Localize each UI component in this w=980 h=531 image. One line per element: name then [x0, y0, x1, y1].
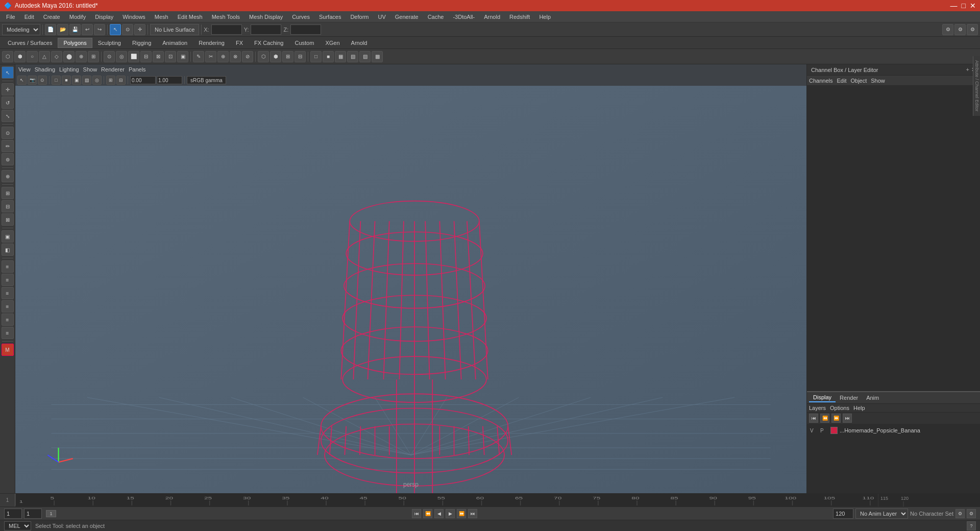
snap-grid[interactable]: ⊞ [2, 187, 14, 199]
minimize-button[interactable]: — [950, 2, 958, 10]
vp-menu-show[interactable]: Show [83, 66, 97, 73]
menu-item-surfaces[interactable]: Surfaces [315, 13, 345, 21]
poly-tool-15[interactable]: ▣ [177, 51, 188, 62]
gamma-selector[interactable]: sRGB gamma [187, 76, 226, 84]
poly-tool-14[interactable]: ⊡ [165, 51, 176, 62]
poly-tool-5[interactable]: ◇ [51, 51, 62, 62]
poly-tool-6[interactable]: ⬤ [63, 51, 75, 62]
workspace-selector[interactable]: Modeling [2, 24, 40, 35]
poly-tool-4[interactable]: △ [39, 51, 50, 62]
go-to-start-button[interactable]: ⏮ [412, 509, 421, 518]
poly-tool-12[interactable]: ⊟ [140, 51, 152, 62]
poly-tool-19[interactable]: ⊗ [230, 51, 241, 62]
display-toggle-1[interactable]: □ [310, 51, 322, 62]
redo-button[interactable]: ↪ [94, 24, 105, 35]
play-forward-button[interactable]: ▶ [446, 509, 455, 518]
extras-5[interactable]: ≡ [2, 313, 14, 326]
tab-animation[interactable]: Animation [157, 38, 193, 48]
right-panel-expand[interactable]: + [966, 66, 969, 73]
frame-start-input[interactable] [4, 509, 22, 519]
cb-channels[interactable]: Channels [809, 78, 832, 84]
menu-item-edit[interactable]: Edit [20, 13, 38, 21]
go-to-end-button[interactable]: ⏭ [468, 509, 477, 518]
frame-current-input[interactable] [24, 509, 42, 519]
layers-next-next[interactable]: ⏭ [843, 414, 852, 423]
settings-button-2[interactable]: ⚙ [954, 24, 966, 35]
save-button[interactable]: 💾 [69, 24, 81, 35]
poly-tool-10[interactable]: ◎ [116, 51, 127, 62]
vp-select-btn[interactable]: ↖ [17, 76, 27, 85]
z-input[interactable] [290, 25, 321, 35]
attr-editor-panel[interactable]: Attribute / Channel Editor [973, 56, 980, 116]
menu-item-redshift[interactable]: Redshift [505, 13, 534, 21]
extras-1[interactable]: ≡ [2, 260, 14, 273]
poly-tool-3[interactable]: ○ [27, 51, 38, 62]
layers-render-tab[interactable]: Render [836, 394, 862, 402]
menu-item-meshdisplay[interactable]: Mesh Display [245, 13, 287, 21]
vp-camera-btn[interactable]: 📷 [28, 76, 37, 85]
menu-item-help[interactable]: Help [535, 13, 555, 21]
menu-item-deform[interactable]: Deform [346, 13, 373, 21]
menu-item-modify[interactable]: Modify [65, 13, 90, 21]
poly-tool-7[interactable]: ⊕ [76, 51, 87, 62]
layers-next[interactable]: ⏩ [831, 414, 841, 423]
poly-tool-8[interactable]: ⊞ [88, 51, 99, 62]
layers-menu-help[interactable]: Help [853, 405, 865, 411]
layer-name[interactable]: ...Homemade_Popsicle_Banana [840, 427, 977, 433]
soft-select[interactable]: ⊚ [2, 153, 14, 165]
layers-menu-layers[interactable]: Layers [809, 405, 826, 411]
snap-point[interactable]: ⊠ [2, 213, 14, 226]
vp-value-2[interactable] [157, 76, 182, 84]
vp-wireframe-btn[interactable]: □ [52, 76, 61, 85]
select-tool[interactable]: ↖ [2, 66, 14, 79]
vp-resolution-btn[interactable]: ⊟ [116, 76, 126, 85]
tab-fxcaching[interactable]: FX Caching [249, 38, 289, 48]
menu-item-file[interactable]: File [2, 13, 19, 21]
scale-tool[interactable]: ⤡ [2, 110, 14, 122]
rotate-tool[interactable]: ↺ [2, 96, 14, 109]
render-region[interactable]: ▣ [2, 230, 14, 243]
select-tool-button[interactable]: ↖ [110, 24, 121, 35]
display-toggle-5[interactable]: ▨ [359, 51, 371, 62]
play-backward-button[interactable]: ◀ [434, 509, 444, 518]
cb-show[interactable]: Show [871, 78, 885, 84]
poly-tool-17[interactable]: ✂ [205, 51, 216, 62]
vp-grid-btn[interactable]: ⊞ [106, 76, 115, 85]
step-back-button[interactable]: ⏪ [423, 509, 432, 518]
new-scene-button[interactable]: 📄 [45, 24, 56, 35]
vp-iso-btn[interactable]: ⊙ [38, 76, 47, 85]
poly-tool-24[interactable]: ⊟ [295, 51, 306, 62]
menu-item-dtoall[interactable]: -3DtoAll- [449, 13, 479, 21]
move-tool[interactable]: ✛ [2, 83, 14, 95]
snap-curve[interactable]: ⊟ [2, 200, 14, 212]
status-help[interactable]: ? [967, 521, 976, 530]
display-toggle-6[interactable]: ▩ [372, 51, 383, 62]
poly-tool-20[interactable]: ⊘ [242, 51, 253, 62]
vp-shaded-btn[interactable]: ▣ [72, 76, 81, 85]
layer-editor[interactable]: ◧ [2, 244, 14, 256]
display-toggle-3[interactable]: ▦ [335, 51, 346, 62]
vp-smooth-btn[interactable]: ■ [62, 76, 71, 85]
maximize-button[interactable]: □ [962, 2, 966, 10]
poly-tool-2[interactable]: ⬢ [14, 51, 26, 62]
poly-tool-13[interactable]: ⊠ [153, 51, 164, 62]
layers-menu-options[interactable]: Options [830, 405, 849, 411]
menu-item-cache[interactable]: Cache [424, 13, 448, 21]
x-input[interactable] [211, 25, 242, 35]
poly-tool-1[interactable]: ⬡ [2, 51, 13, 62]
poly-tool-16[interactable]: ✎ [193, 51, 204, 62]
tab-curvessurfaces[interactable]: Curves / Surfaces [2, 38, 58, 48]
display-toggle-4[interactable]: ▧ [347, 51, 358, 62]
canvas-area[interactable]: persp [15, 86, 806, 493]
tab-custom[interactable]: Custom [289, 38, 320, 48]
menu-item-arnold[interactable]: Arnold [480, 13, 504, 21]
poly-tool-23[interactable]: ⊞ [282, 51, 293, 62]
menu-item-windows[interactable]: Windows [118, 13, 150, 21]
layers-display-tab[interactable]: Display [809, 393, 836, 402]
vp-value-1[interactable] [130, 76, 156, 84]
poly-tool-18[interactable]: ⊕ [217, 51, 229, 62]
frame-end-input[interactable] [833, 509, 853, 519]
vp-menu-lighting[interactable]: Lighting [59, 66, 79, 73]
undo-button[interactable]: ↩ [82, 24, 93, 35]
menu-item-create[interactable]: Create [39, 13, 64, 21]
